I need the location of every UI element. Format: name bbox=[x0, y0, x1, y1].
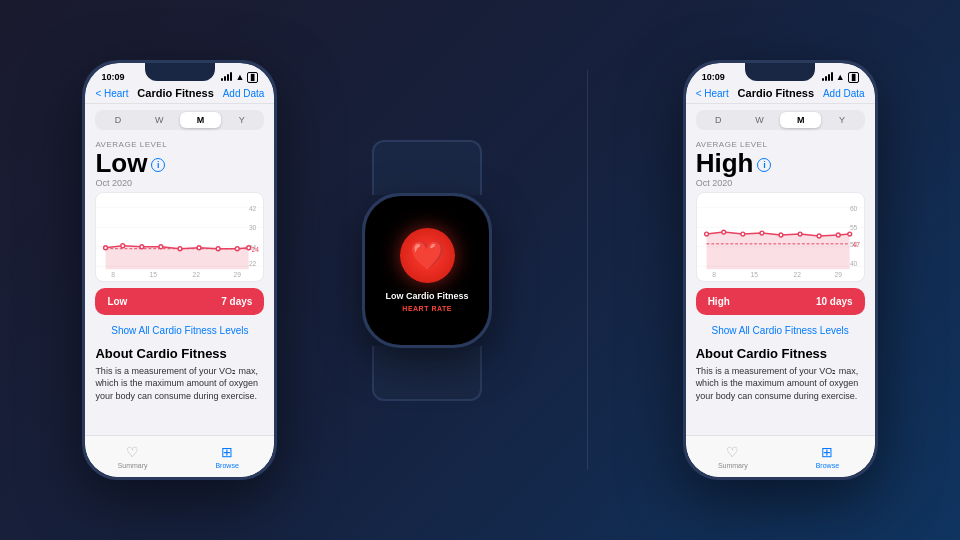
svg-point-44 bbox=[798, 232, 802, 236]
badge-label-left: Low bbox=[107, 296, 127, 307]
svg-point-17 bbox=[140, 244, 144, 248]
show-all-link-left[interactable]: Show All Cardio Fitness Levels bbox=[95, 321, 264, 340]
svg-text:47: 47 bbox=[852, 240, 860, 247]
scene: 10:09 ▲ ▮ < Heart Cardio Fitness Add Dat… bbox=[0, 0, 960, 540]
svg-point-16 bbox=[121, 243, 125, 247]
svg-text:8: 8 bbox=[712, 271, 716, 278]
wifi-icon-right: ▲ bbox=[836, 72, 845, 82]
date-left: Oct 2020 bbox=[95, 178, 264, 188]
svg-point-21 bbox=[217, 246, 221, 250]
notch-right bbox=[745, 63, 815, 81]
svg-text:15: 15 bbox=[150, 271, 158, 278]
about-section-right: About Cardio Fitness This is a measureme… bbox=[696, 346, 865, 403]
tab-browse-label-right: Browse bbox=[816, 462, 839, 469]
badge-days-left: 7 days bbox=[221, 296, 252, 307]
nav-bar-right: < Heart Cardio Fitness Add Data bbox=[686, 85, 875, 104]
svg-marker-36 bbox=[706, 232, 849, 269]
svg-point-19 bbox=[178, 246, 182, 250]
level-text-right: High bbox=[696, 149, 754, 178]
svg-point-47 bbox=[847, 232, 851, 236]
svg-point-22 bbox=[236, 246, 240, 250]
back-button-left[interactable]: < Heart bbox=[95, 88, 128, 99]
battery-icon-left: ▮ bbox=[247, 72, 258, 83]
tab-summary-left[interactable]: ♡ Summary bbox=[85, 440, 180, 473]
seg-d-right[interactable]: D bbox=[698, 112, 739, 128]
heart-icon-right: ♡ bbox=[726, 444, 739, 460]
browse-icon-left: ⊞ bbox=[221, 444, 233, 460]
browse-icon-right: ⊞ bbox=[821, 444, 833, 460]
summary-badge-left: Low 7 days bbox=[95, 288, 264, 315]
about-section-left: About Cardio Fitness This is a measureme… bbox=[95, 346, 264, 403]
nav-title-left: Cardio Fitness bbox=[137, 87, 213, 99]
center-divider bbox=[587, 70, 588, 470]
badge-label-right: High bbox=[708, 296, 730, 307]
nav-bar-left: < Heart Cardio Fitness Add Data bbox=[85, 85, 274, 104]
seg-d-left[interactable]: D bbox=[97, 112, 138, 128]
segment-control-left: D W M Y bbox=[95, 110, 264, 130]
seg-m-right[interactable]: M bbox=[780, 112, 821, 128]
tab-browse-right[interactable]: ⊞ Browse bbox=[780, 440, 875, 473]
info-icon-right[interactable]: i bbox=[757, 158, 771, 172]
time-left: 10:09 bbox=[101, 72, 124, 82]
svg-text:55: 55 bbox=[850, 224, 858, 231]
back-button-right[interactable]: < Heart bbox=[696, 88, 729, 99]
tab-summary-right[interactable]: ♡ Summary bbox=[686, 440, 781, 473]
svg-text:15: 15 bbox=[750, 271, 758, 278]
about-title-left: About Cardio Fitness bbox=[95, 346, 264, 361]
segment-control-right: D W M Y bbox=[696, 110, 865, 130]
level-title-left: Low i bbox=[95, 149, 264, 178]
svg-point-46 bbox=[836, 233, 840, 237]
add-data-button-right[interactable]: Add Data bbox=[823, 88, 865, 99]
date-right: Oct 2020 bbox=[696, 178, 865, 188]
svg-point-15 bbox=[104, 245, 108, 249]
about-text-left: This is a measurement of your VO₂ max, w… bbox=[95, 365, 264, 403]
svg-text:29: 29 bbox=[834, 271, 842, 278]
seg-w-right[interactable]: W bbox=[739, 112, 780, 128]
info-icon-left[interactable]: i bbox=[151, 158, 165, 172]
svg-point-40 bbox=[721, 230, 725, 234]
iphone-left: 10:09 ▲ ▮ < Heart Cardio Fitness Add Dat… bbox=[82, 60, 277, 480]
signal-right bbox=[822, 73, 833, 81]
watch-heart-icon: ❤️ bbox=[400, 228, 455, 283]
notch-left bbox=[145, 63, 215, 81]
svg-point-20 bbox=[198, 245, 202, 249]
svg-point-42 bbox=[760, 231, 764, 235]
seg-y-left[interactable]: Y bbox=[221, 112, 262, 128]
tab-browse-left[interactable]: ⊞ Browse bbox=[180, 440, 275, 473]
svg-text:22: 22 bbox=[193, 271, 201, 278]
svg-text:24: 24 bbox=[252, 245, 260, 252]
tab-bar-right: ♡ Summary ⊞ Browse bbox=[686, 435, 875, 477]
watch-subtitle: HEART RATE bbox=[402, 305, 452, 312]
content-left: AVERAGE LEVEL Low i Oct 2020 42 bbox=[85, 136, 274, 435]
svg-text:30: 30 bbox=[249, 224, 257, 231]
status-icons-left: ▲ ▮ bbox=[221, 72, 258, 83]
svg-point-41 bbox=[741, 232, 745, 236]
add-data-button-left[interactable]: Add Data bbox=[223, 88, 265, 99]
screen-left: 10:09 ▲ ▮ < Heart Cardio Fitness Add Dat… bbox=[85, 63, 274, 477]
svg-text:42: 42 bbox=[249, 204, 257, 211]
svg-text:40: 40 bbox=[850, 260, 858, 267]
apple-watch: ❤️ Low Cardio Fitness HEART RATE bbox=[362, 193, 492, 348]
chart-left: 42 30 24 22 8 15 22 29 24 bbox=[95, 192, 264, 282]
signal-left bbox=[221, 73, 232, 81]
svg-point-39 bbox=[704, 232, 708, 236]
watch-container: ❤️ Low Cardio Fitness HEART RATE bbox=[362, 140, 492, 401]
seg-y-right[interactable]: Y bbox=[821, 112, 862, 128]
status-icons-right: ▲ ▮ bbox=[822, 72, 859, 83]
content-right: AVERAGE LEVEL High i Oct 2020 60 bbox=[686, 136, 875, 435]
badge-days-right: 10 days bbox=[816, 296, 853, 307]
tab-browse-label-left: Browse bbox=[215, 462, 238, 469]
show-all-link-right[interactable]: Show All Cardio Fitness Levels bbox=[696, 321, 865, 340]
chart-right: 60 55 50 40 8 15 22 29 47 bbox=[696, 192, 865, 282]
svg-point-45 bbox=[817, 234, 821, 238]
about-title-right: About Cardio Fitness bbox=[696, 346, 865, 361]
screen-right: 10:09 ▲ ▮ < Heart Cardio Fitness Add Dat… bbox=[686, 63, 875, 477]
watch-screen: ❤️ Low Cardio Fitness HEART RATE bbox=[365, 196, 489, 345]
wifi-icon-left: ▲ bbox=[235, 72, 244, 82]
seg-w-left[interactable]: W bbox=[139, 112, 180, 128]
nav-title-right: Cardio Fitness bbox=[738, 87, 814, 99]
tab-bar-left: ♡ Summary ⊞ Browse bbox=[85, 435, 274, 477]
svg-point-18 bbox=[159, 244, 163, 248]
svg-point-23 bbox=[247, 245, 251, 249]
seg-m-left[interactable]: M bbox=[180, 112, 221, 128]
